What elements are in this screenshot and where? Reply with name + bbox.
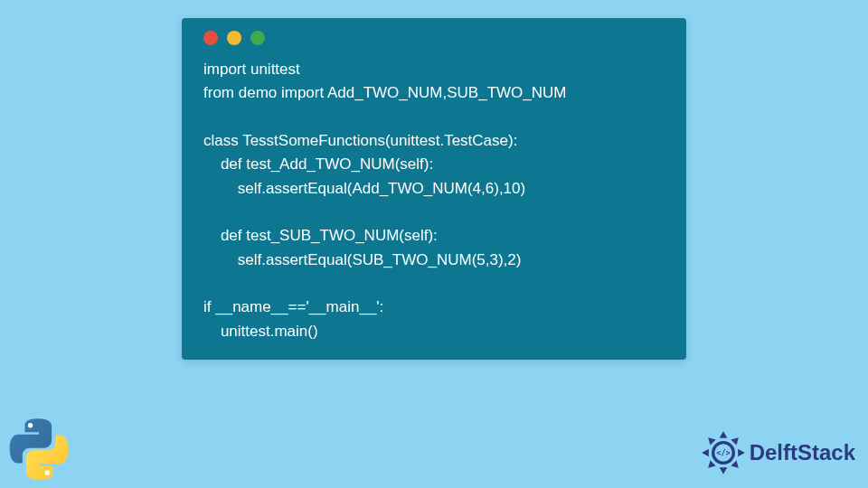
svg-marker-5 bbox=[738, 449, 745, 457]
svg-point-1 bbox=[45, 471, 50, 475]
code-window: import unittest from demo import Add_TWO… bbox=[182, 18, 686, 360]
svg-marker-9 bbox=[731, 460, 741, 470]
minimize-icon bbox=[227, 31, 241, 45]
python-logo-icon bbox=[5, 416, 72, 483]
svg-marker-3 bbox=[719, 467, 727, 474]
maximize-icon bbox=[250, 31, 265, 45]
close-icon bbox=[203, 31, 218, 45]
traffic-lights bbox=[203, 31, 665, 45]
delftstack-branding: </> DelftStack bbox=[699, 428, 855, 477]
svg-marker-8 bbox=[705, 435, 715, 445]
svg-marker-6 bbox=[731, 435, 741, 445]
svg-text:</>: </> bbox=[716, 448, 731, 457]
delftstack-label: DelftStack bbox=[750, 440, 855, 465]
svg-marker-4 bbox=[702, 449, 709, 457]
delftstack-logo-icon: </> bbox=[699, 428, 748, 477]
svg-marker-2 bbox=[719, 431, 727, 438]
code-block: import unittest from demo import Add_TWO… bbox=[203, 58, 665, 343]
svg-point-0 bbox=[28, 423, 33, 427]
svg-marker-7 bbox=[705, 460, 715, 470]
